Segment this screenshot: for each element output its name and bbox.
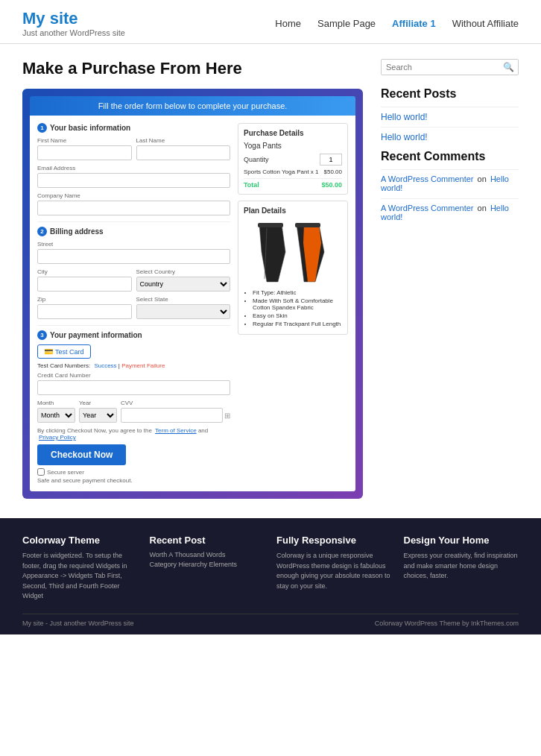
plan-image: [244, 219, 342, 285]
privacy-link[interactable]: Privacy Policy: [39, 434, 76, 441]
rc-divider-0: [381, 169, 519, 170]
nav-home[interactable]: Home: [275, 18, 301, 29]
footer-col-4: Design Your Home Express your creativity…: [404, 535, 519, 602]
footer-col1-title: Colorway Theme: [22, 535, 138, 546]
site-subtitle: Just another WordPress site: [22, 28, 125, 37]
first-name-input[interactable]: [37, 145, 132, 160]
line-item-price: $50.00: [324, 168, 342, 175]
checkout-button[interactable]: Checkout Now: [37, 444, 126, 465]
city-input[interactable]: [37, 277, 132, 292]
qty-label: Quantity: [244, 156, 269, 163]
form-fields: 1 Your basic information First Name Last…: [37, 123, 230, 484]
content-wrapper: Make a Purchase From Here Fill the order…: [0, 44, 541, 514]
plan-features: Fit Type: Athletic Made With Soft & Comf…: [244, 289, 342, 327]
comment-on-1: on: [478, 204, 487, 212]
nav-sample[interactable]: Sample Page: [317, 18, 376, 29]
footer-col4-text: Express your creativity, find inspiratio…: [404, 551, 519, 582]
footer-col4-title: Design Your Home: [404, 535, 519, 546]
month-select[interactable]: Month: [37, 408, 75, 423]
last-name-input[interactable]: [136, 145, 231, 160]
section2-label: 2 Billing address: [37, 227, 230, 236]
first-name-group: First Name: [37, 137, 132, 160]
failure-link[interactable]: Payment Failure: [121, 362, 165, 369]
post-link-0[interactable]: Hello world!: [381, 112, 519, 122]
email-label: Email Address: [37, 165, 230, 171]
email-input[interactable]: [37, 173, 230, 188]
last-name-label: Last Name: [136, 137, 231, 144]
nav-affiliate1[interactable]: Affiliate 1: [392, 18, 436, 29]
success-link[interactable]: Success: [94, 362, 116, 369]
name-row: First Name Last Name: [37, 137, 230, 160]
section-divider-1: [37, 221, 230, 222]
sidebar: 🔍 Recent Posts Hello world! Hello world!…: [381, 59, 519, 499]
main-nav: Home Sample Page Affiliate 1 Without Aff…: [275, 18, 519, 29]
main-column: Make a Purchase From Here Fill the order…: [22, 59, 363, 499]
footer-col-3: Fully Responsive Colorway is a unique re…: [276, 535, 392, 602]
footer: Colorway Theme Footer is widgetized. To …: [0, 518, 541, 634]
last-name-group: Last Name: [136, 137, 231, 160]
cvv-input[interactable]: [121, 408, 223, 423]
secure-row: Secure server: [37, 468, 230, 476]
cvv-icon: ⊞: [224, 412, 230, 420]
state-select[interactable]: [136, 304, 231, 319]
company-input[interactable]: [37, 201, 230, 215]
search-input[interactable]: [382, 60, 499, 75]
cvv-group: CVV ⊞: [121, 400, 230, 423]
zip-label: Zip: [37, 296, 132, 303]
year-select[interactable]: Year: [79, 408, 117, 423]
comment-0: A WordPress Commenter on Hello world!: [381, 174, 519, 192]
test-card-text: Test Card Numbers:: [37, 362, 90, 369]
country-label: Select Country: [136, 268, 231, 275]
month-label: Month: [37, 400, 75, 406]
form-header: Fill the order form below to complete yo…: [30, 96, 355, 116]
footer-col1-text: Footer is widgetized. To setup the foote…: [22, 551, 138, 602]
test-card-label: Test Card: [55, 348, 84, 356]
feature-2: Easy on Skin: [253, 312, 342, 319]
right-panel: Purchase Details Yoga Pants Quantity Spo…: [238, 123, 348, 484]
year-label: Year: [79, 400, 117, 406]
agree-text: By clicking Checkout Now, you agree to t…: [37, 427, 230, 441]
month-group: Month Month: [37, 400, 75, 423]
test-card-button[interactable]: 💳 Test Card: [37, 344, 91, 359]
header: My site Just another WordPress site Home…: [0, 0, 541, 44]
street-input[interactable]: [37, 249, 230, 264]
search-button[interactable]: 🔍: [499, 60, 518, 75]
footer-col-2: Recent Post Worth A Thousand Words Categ…: [150, 535, 265, 602]
footer-col2-link[interactable]: Worth A Thousand Words: [150, 551, 265, 558]
cc-input[interactable]: [37, 380, 230, 395]
line-item-row: Sports Cotton Yoga Pant x 1 $50.00: [244, 168, 342, 175]
footer-bottom-right: Colorway WordPress Theme by InkThemes.co…: [375, 620, 519, 627]
zip-input[interactable]: [37, 304, 132, 319]
comment-1: A WordPress Commenter on Hello world!: [381, 204, 519, 221]
test-card-info: Test Card Numbers: Success | Payment Fai…: [37, 362, 230, 369]
city-group: City: [37, 268, 132, 292]
city-country-row: City Select Country Country: [37, 268, 230, 292]
rp-divider-0: [381, 107, 519, 107]
section1-label: 1 Your basic information: [37, 123, 230, 133]
comment-author-0[interactable]: A WordPress Commenter: [381, 174, 474, 183]
comment-author-1[interactable]: A WordPress Commenter: [381, 204, 474, 212]
state-group: Select State: [136, 296, 231, 319]
post-link-1[interactable]: Hello world!: [381, 132, 519, 142]
purchase-title: Purchase Details: [244, 129, 342, 137]
total-label: Total: [244, 181, 259, 189]
country-select[interactable]: Country: [136, 277, 231, 292]
tos-link[interactable]: Term of Service: [155, 427, 197, 434]
street-label: Street: [37, 241, 230, 248]
feature-0: Fit Type: Athletic: [253, 289, 342, 296]
site-title: My site: [22, 9, 125, 28]
footer-col-1: Colorway Theme Footer is widgetized. To …: [22, 535, 138, 602]
qty-input[interactable]: [320, 154, 342, 166]
comment-on-0: on: [478, 174, 487, 183]
year-group: Year Year: [79, 400, 117, 423]
footer-col2-title: Recent Post: [150, 535, 265, 546]
recent-posts-title: Recent Posts: [381, 87, 519, 101]
section2-num: 2: [37, 227, 47, 236]
secure-checkbox[interactable]: [37, 468, 45, 476]
feature-1: Made With Soft & Comfortable Cotton Span…: [253, 297, 342, 311]
footer-grid: Colorway Theme Footer is widgetized. To …: [22, 535, 519, 602]
nav-without-affiliate[interactable]: Without Affiliate: [452, 18, 519, 29]
safe-text: Safe and secure payment checkout.: [37, 477, 230, 484]
recent-comments-title: Recent Comments: [381, 150, 519, 163]
first-name-label: First Name: [37, 137, 132, 144]
